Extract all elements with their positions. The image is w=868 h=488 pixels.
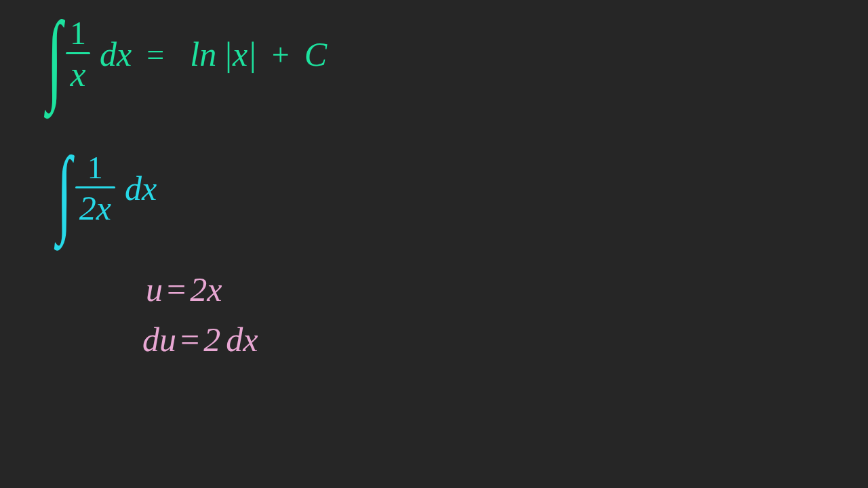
substitution-du: du = 2 dx <box>142 320 258 359</box>
denominator: x <box>66 57 90 92</box>
differential-dx: dx <box>100 35 132 74</box>
fraction-one-over-x: 1 x <box>66 17 90 92</box>
equation-integral-ln: ∫ 1 x dx = ln |x| + C <box>41 14 332 95</box>
lhs-du: du <box>142 320 176 359</box>
fraction-bar <box>75 186 115 188</box>
substitution-u: u = 2x <box>146 270 222 309</box>
differential-dx: dx <box>125 169 157 208</box>
rhs-2x: 2x <box>190 270 222 309</box>
numerator: 1 <box>66 17 90 49</box>
integral-sign-icon: ∫ <box>47 16 62 98</box>
integral-sign-icon: ∫ <box>57 152 72 230</box>
equation-integral-one-over-2x: ∫ 1 2x dx <box>51 149 162 228</box>
fraction-one-over-2x: 1 2x <box>75 152 115 225</box>
ln-text: ln <box>190 35 216 74</box>
numerator: 1 <box>83 152 107 184</box>
fraction-bar <box>66 52 90 54</box>
lhs-u: u <box>146 270 163 309</box>
denominator: 2x <box>75 191 115 225</box>
equals-sign: = <box>167 270 186 309</box>
abs-x: |x| <box>223 35 257 74</box>
plus-sign: + <box>272 37 290 73</box>
equals-sign: = <box>180 320 199 359</box>
equals-sign: = <box>146 37 164 73</box>
rhs-2: 2 <box>203 320 220 359</box>
rhs-dx: dx <box>226 320 258 359</box>
constant-c: C <box>304 35 327 74</box>
